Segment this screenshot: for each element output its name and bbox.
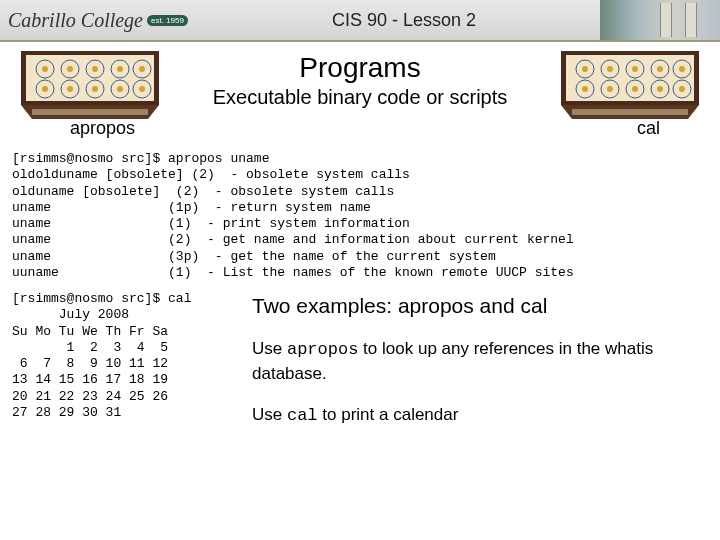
label-cal: cal: [637, 118, 660, 139]
svg-point-16: [139, 66, 145, 72]
svg-point-38: [632, 66, 638, 72]
decorative-row: [0, 111, 720, 112]
svg-point-14: [92, 66, 98, 72]
svg-point-17: [42, 86, 48, 92]
explanation-block: Two examples: apropos and cal Use apropo…: [252, 291, 708, 445]
svg-rect-47: [572, 109, 688, 115]
svg-point-18: [67, 86, 73, 92]
svg-point-13: [67, 66, 73, 72]
svg-point-21: [139, 86, 145, 92]
explain-cal: Use cal to print a calendar: [252, 403, 708, 428]
college-logo: Cabrillo College est. 1959: [0, 0, 208, 40]
svg-point-45: [679, 86, 685, 92]
terminal-cal: [rsimms@nosmo src]$ cal July 2008 Su Mo …: [12, 291, 232, 445]
header-bar: Cabrillo College est. 1959 CIS 90 - Less…: [0, 0, 720, 42]
svg-point-39: [657, 66, 663, 72]
svg-point-37: [607, 66, 613, 72]
svg-rect-23: [32, 109, 148, 115]
examples-heading: Two examples: apropos and cal: [252, 291, 708, 320]
label-apropos: apropos: [70, 118, 135, 139]
explain-apropos: Use apropos to look up any references in…: [252, 337, 708, 386]
pattern-box-left: [20, 41, 160, 121]
logo-est: est. 1959: [147, 15, 188, 26]
terminal-apropos: [rsimms@nosmo src]$ apropos uname oldold…: [0, 145, 720, 281]
header-photo: [600, 0, 720, 40]
svg-point-36: [582, 66, 588, 72]
cmd-apropos: apropos: [287, 340, 358, 359]
svg-point-20: [117, 86, 123, 92]
svg-point-43: [632, 86, 638, 92]
svg-point-15: [117, 66, 123, 72]
bottom-row: [rsimms@nosmo src]$ cal July 2008 Su Mo …: [0, 281, 720, 445]
svg-point-19: [92, 86, 98, 92]
course-title: CIS 90 - Lesson 2: [208, 10, 600, 31]
pattern-box-right: [560, 41, 700, 121]
svg-point-44: [657, 86, 663, 92]
svg-point-40: [679, 66, 685, 72]
svg-point-42: [607, 86, 613, 92]
svg-point-12: [42, 66, 48, 72]
svg-point-41: [582, 86, 588, 92]
logo-text: Cabrillo College: [8, 9, 143, 32]
cmd-cal: cal: [287, 406, 318, 425]
